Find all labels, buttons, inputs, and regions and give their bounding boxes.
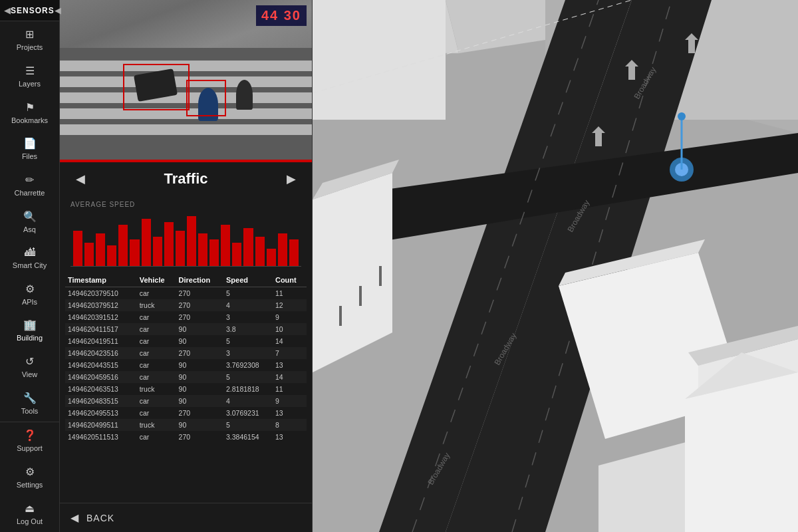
tools-icon: 🔧 [23, 392, 37, 404]
sidebar-item-projects[interactable]: ⊞ Projects [0, 21, 59, 58]
svg-marker-2 [313, 0, 446, 120]
table-row: 1494620443515car903.769230813 [65, 359, 307, 371]
chart-bar [198, 233, 207, 266]
sidebar-item-charrette[interactable]: ✏ Charrette [0, 167, 59, 203]
back-arrow-icon: ◀ [70, 511, 78, 524]
back-button[interactable]: ◀ BACK [60, 503, 312, 532]
sidebar: ◀ SENSORS ◀ ⊞ Projects ☰ Layers ⚑ Bookma… [0, 0, 60, 532]
sidebar-item-layers[interactable]: ☰ Layers [0, 58, 59, 94]
table-row: 1494620423516car27037 [65, 347, 307, 359]
sidebar-item-building[interactable]: 🏢 Building [0, 313, 59, 349]
chart-bar [267, 249, 276, 266]
traffic-prev-button[interactable]: ◀ [70, 169, 90, 189]
table-row: 1494620391512car27039 [65, 311, 307, 323]
chart-bar [118, 225, 128, 266]
sidebar-item-apis[interactable]: ⚙ APIs [0, 276, 59, 313]
sidebar-collapse-icon[interactable]: ◀ [4, 5, 11, 15]
col-speed: Speed [223, 272, 273, 287]
view-icon: ↺ [25, 355, 34, 368]
traffic-nav: ◀ Traffic ▶ [60, 162, 312, 196]
table-row: 1494620499511truck9058 [65, 419, 307, 431]
chart-bar [107, 245, 116, 266]
camera-timestamp: 44 30 [256, 5, 307, 26]
table-row: 1494620379510car270511 [65, 287, 307, 300]
back-label: BACK [86, 513, 114, 523]
sidebar-item-tools[interactable]: 🔧 Tools [0, 385, 59, 422]
table-row: 1494620379512truck270412 [65, 299, 307, 311]
table-row: 1494620463513truck902.818181811 [65, 383, 307, 395]
chart-bar [96, 233, 105, 266]
chart-bar [232, 243, 241, 266]
sidebar-item-view[interactable]: ↺ View [0, 348, 59, 385]
map-view: Broadway Broadway Broadway Broadway [313, 0, 798, 532]
sidebar-item-logout[interactable]: ⏏ Log Out [0, 495, 59, 532]
projects-icon: ⊞ [25, 28, 34, 41]
sidebar-right-collapse[interactable]: ◀ [55, 5, 61, 15]
sidebar-item-bookmarks[interactable]: ⚑ Bookmarks [0, 94, 59, 131]
chart-bar [255, 237, 265, 266]
map-svg: Broadway Broadway Broadway Broadway [313, 0, 798, 532]
chart-bar [153, 237, 162, 266]
sensor-panel: 44 30 ◀ Traffic ▶ AVERAGE SPEED Timestam… [60, 0, 313, 532]
sidebar-item-smart-city[interactable]: 🏙 Smart City [0, 240, 59, 276]
svg-rect-27 [379, 266, 382, 286]
chart-label: AVERAGE SPEED [70, 201, 301, 208]
sidebar-title: SENSORS [11, 6, 55, 15]
sidebar-item-settings[interactable]: ⚙ Settings [0, 459, 59, 495]
traffic-next-button[interactable]: ▶ [281, 169, 301, 189]
files-icon: 📄 [23, 137, 37, 150]
svg-point-33 [678, 112, 686, 120]
chart-section: AVERAGE SPEED [60, 196, 312, 272]
chart-bar [73, 231, 82, 266]
svg-rect-28 [359, 286, 362, 306]
table-row: 1494620495513car2703.076923113 [65, 407, 307, 419]
charrette-icon: ✏ [25, 174, 34, 186]
chart-bar [289, 239, 299, 266]
col-count: Count [273, 272, 307, 287]
apis-icon: ⚙ [25, 283, 35, 295]
chart-bar [164, 222, 174, 266]
camera-feed: 44 30 [60, 0, 312, 160]
chart-bar [221, 225, 230, 266]
table-row: 1494620419511car90514 [65, 335, 307, 347]
svg-rect-29 [339, 306, 342, 326]
table-row: 1494620411517car903.810 [65, 323, 307, 335]
chart-bar [187, 216, 196, 266]
asq-icon: 🔍 [23, 210, 37, 223]
support-icon: ❓ [23, 429, 37, 442]
chart-bar [130, 239, 139, 266]
bar-chart [70, 213, 301, 267]
chart-bar [176, 231, 185, 266]
smart-city-icon: 🏙 [25, 247, 35, 259]
data-table: Timestamp Vehicle Direction Speed Count … [60, 272, 312, 503]
col-vehicle: Vehicle [137, 272, 176, 287]
svg-marker-18 [685, 372, 798, 532]
chart-bar [278, 233, 287, 266]
col-timestamp: Timestamp [65, 272, 137, 287]
chart-bar [243, 228, 253, 266]
chart-bar [142, 219, 151, 266]
chart-bar [84, 243, 94, 266]
layers-icon: ☰ [25, 65, 35, 77]
settings-icon: ⚙ [25, 466, 35, 478]
bookmarks-icon: ⚑ [25, 101, 35, 114]
building-icon: 🏢 [23, 319, 37, 331]
sidebar-item-support[interactable]: ❓ Support [0, 422, 59, 459]
table-row: 1494620459516car90514 [65, 371, 307, 383]
traffic-title: Traffic [164, 170, 207, 188]
sidebar-item-asq[interactable]: 🔍 Asq [0, 203, 59, 240]
logout-icon: ⏏ [25, 502, 35, 515]
table-row: 1494620483515car9049 [65, 395, 307, 407]
col-direction: Direction [176, 272, 223, 287]
sidebar-item-files[interactable]: 📄 Files [0, 130, 59, 167]
chart-bar [209, 239, 219, 266]
table-row: 1494620511513car2703.384615413 [65, 431, 307, 443]
